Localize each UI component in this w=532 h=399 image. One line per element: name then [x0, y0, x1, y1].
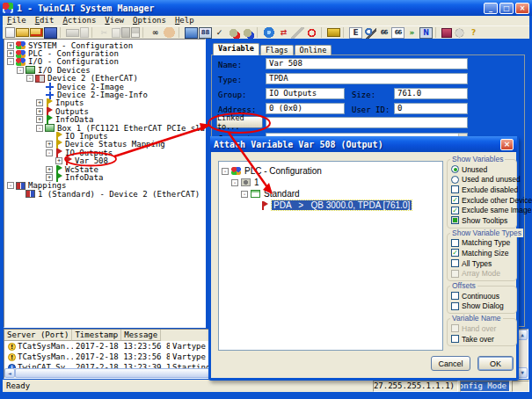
new-file-icon[interactable] [5, 27, 15, 38]
ads-routes-icon[interactable]: 88 [199, 27, 212, 39]
boot-project-icon[interactable] [327, 28, 340, 37]
context-help-icon[interactable]: ? [467, 27, 480, 39]
maximize-button[interactable]: □ [499, 3, 514, 14]
option-control[interactable] [451, 292, 459, 300]
tree-item[interactable]: I/O Devices [17, 66, 205, 74]
option-control[interactable] [451, 165, 459, 173]
scroll-left-arrow-icon[interactable]: ◄ [4, 368, 15, 378]
expander-icon[interactable] [55, 157, 62, 164]
tree-item[interactable]: Inputs [36, 99, 205, 107]
menu-item[interactable]: Help [175, 16, 194, 25]
expander-icon[interactable] [46, 149, 53, 156]
toggle-n-icon[interactable]: N [419, 27, 433, 39]
group-field[interactable]: IO Outputs [266, 88, 345, 99]
expander-icon[interactable] [7, 42, 14, 49]
tree-item[interactable]: Device 2 (EtherCAT) [26, 75, 205, 83]
menu-item[interactable]: Actions [62, 16, 96, 25]
tab[interactable]: Flags [260, 45, 294, 55]
tree-item[interactable]: Mappings [7, 182, 205, 190]
dialog-close-icon[interactable]: × [500, 139, 514, 150]
show-online-values-icon[interactable]: 66 [377, 27, 390, 39]
expander-icon[interactable] [222, 168, 229, 175]
expander-icon[interactable] [7, 182, 14, 189]
option-control[interactable] [451, 239, 459, 247]
check-configuration-icon[interactable]: ✓ [213, 27, 226, 39]
tree-item[interactable]: InfoData [36, 116, 205, 124]
close-button[interactable]: × [515, 3, 529, 14]
expander-icon[interactable] [36, 108, 43, 115]
expander-icon[interactable] [36, 125, 43, 132]
expander-icon[interactable] [241, 191, 248, 198]
option-control[interactable] [451, 335, 459, 343]
size-field[interactable]: 761.0 [394, 88, 468, 99]
userid-field[interactable]: 0 [394, 103, 468, 114]
open-from-target-icon[interactable] [30, 28, 43, 37]
tree-item[interactable]: Var 508 [55, 156, 205, 164]
log-column-header[interactable]: Timestamp [72, 330, 121, 341]
expander-icon[interactable] [36, 99, 43, 106]
option-control[interactable] [451, 176, 459, 184]
tree-item[interactable]: PLC - Configuration [7, 49, 205, 57]
dialog-tree-item[interactable]: 1 [231, 177, 442, 188]
find-icon[interactable]: ∞ [149, 27, 162, 39]
activate-configuration-icon[interactable] [241, 27, 254, 39]
option-control[interactable] [451, 302, 459, 310]
online-mode-icon[interactable] [263, 27, 276, 39]
generate-mappings-icon[interactable] [227, 27, 240, 39]
cancel-button[interactable]: Cancel [431, 356, 470, 371]
menu-item[interactable]: View [105, 16, 124, 25]
help-book-icon[interactable] [441, 28, 452, 38]
tree-item[interactable]: WcState [46, 165, 205, 173]
tab[interactable]: Variable [213, 43, 259, 55]
expander-icon[interactable] [26, 75, 33, 82]
expander-icon[interactable] [7, 50, 14, 57]
tree-item[interactable]: I/O - Configuration [7, 58, 205, 66]
dialog-tree-item[interactable]: Standard [241, 188, 442, 200]
log-column-header[interactable]: Message [121, 330, 161, 341]
type-field[interactable]: TPDA [266, 73, 468, 84]
expander-icon[interactable] [46, 141, 53, 148]
minimize-button[interactable]: _ [484, 3, 498, 14]
tree-item[interactable]: Box 1 (FC1121 EtherCAT PCIe slave card) [36, 124, 205, 132]
expander-icon[interactable] [17, 67, 24, 74]
name-field[interactable]: Var 508 [266, 58, 468, 69]
option-control[interactable] [451, 259, 459, 267]
option-control[interactable] [451, 185, 459, 193]
export-icon[interactable]: E [349, 27, 362, 39]
option-control[interactable] [451, 216, 459, 224]
expander-icon[interactable] [36, 116, 43, 123]
expander-icon[interactable] [46, 174, 53, 181]
reload-io-devices-icon[interactable]: ⇄ [277, 27, 290, 39]
menu-item[interactable]: File [7, 16, 26, 25]
menu-item[interactable]: Edit [35, 16, 55, 25]
edit-mode-icon[interactable] [163, 27, 176, 39]
option-control[interactable] [451, 207, 459, 214]
tree-item[interactable]: Device Status Mapping [46, 141, 205, 149]
option-control[interactable] [451, 249, 459, 257]
linked-to-button[interactable]: Linked to... [216, 116, 263, 128]
tree-item[interactable]: IO Outputs [46, 149, 205, 156]
log-column-header[interactable]: Server (Port) [4, 330, 72, 341]
save-icon[interactable] [44, 27, 57, 39]
tab[interactable]: Online [295, 45, 332, 55]
open-icon[interactable] [16, 28, 29, 37]
scroll-thumb[interactable] [15, 368, 235, 378]
dialog-tree-item[interactable]: PLC - Configuration [222, 165, 442, 177]
address-field[interactable]: 0 (0x0) [266, 103, 345, 114]
zoom-icon[interactable] [363, 27, 376, 39]
free-run-icon[interactable]: » [405, 27, 419, 39]
expander-icon[interactable] [231, 179, 238, 186]
expander-icon[interactable] [46, 166, 53, 173]
tree-item[interactable]: Outputs [36, 107, 205, 115]
linked-to-field[interactable] [266, 117, 468, 128]
tree-item[interactable]: InfoData [46, 173, 205, 181]
choose-target-system-icon[interactable] [185, 27, 198, 39]
tree-item[interactable]: IO Inputs [46, 132, 205, 140]
tree-item[interactable]: Device 2-Image-Info [36, 91, 205, 98]
show-online-values-toggled-icon[interactable]: 66 [391, 27, 404, 39]
option-control[interactable] [451, 196, 459, 204]
tree-item[interactable]: Device 2-Image [36, 83, 205, 91]
tree-item[interactable]: 1 (Standard) - Device 2 (EtherCAT) [17, 190, 205, 198]
expander-icon[interactable] [7, 58, 14, 65]
dialog-tree-item[interactable]: PDA > QB 3000.0, TPDA [761.0] [251, 200, 442, 211]
